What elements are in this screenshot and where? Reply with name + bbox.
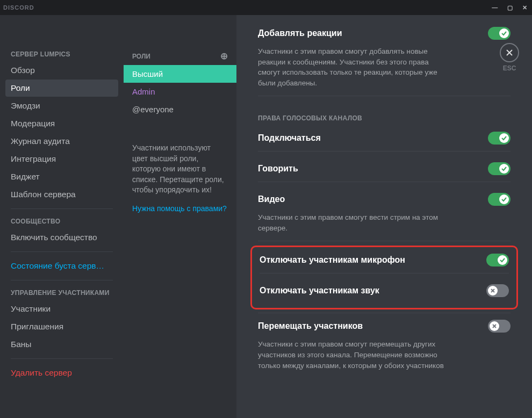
sidebar-item-roles[interactable]: Роли bbox=[5, 80, 118, 97]
sidebar-section-server: СЕРВЕР LUMPICS bbox=[5, 47, 118, 61]
window-close-icon[interactable]: ✕ bbox=[521, 4, 529, 11]
sidebar-divider bbox=[11, 280, 113, 280]
sidebar-item-emoji[interactable]: Эмодзи bbox=[5, 97, 118, 114]
perm-mute-members-toggle[interactable] bbox=[486, 254, 509, 266]
sidebar-item-bans[interactable]: Баны bbox=[5, 336, 118, 353]
perm-mute-members-label: Отключать участникам микрофон bbox=[260, 255, 405, 265]
sidebar-item-audit-log[interactable]: Журнал аудита bbox=[5, 133, 118, 150]
perm-divider bbox=[258, 241, 511, 241]
highlight-box: Отключать участникам микрофон Отключать … bbox=[250, 246, 518, 309]
sidebar-section-members: УПРАВЛЕНИЕ УЧАСТНИКАМИ bbox=[5, 286, 118, 300]
roles-help-link[interactable]: Нужна помощь с правами? bbox=[124, 202, 236, 215]
close-esc-label: ESC bbox=[503, 64, 516, 72]
role-item-admin[interactable]: Admin bbox=[124, 83, 236, 100]
close-esc-holder: ESC bbox=[500, 43, 519, 72]
sidebar-item-moderation[interactable]: Модерация bbox=[5, 115, 118, 132]
perm-deafen-members-label: Отключать участникам звук bbox=[260, 286, 379, 296]
sidebar-divider bbox=[11, 358, 113, 359]
sidebar-divider bbox=[11, 208, 113, 209]
role-item-highest[interactable]: Высший bbox=[124, 65, 236, 83]
sidebar-item-members[interactable]: Участники bbox=[5, 300, 118, 318]
perm-move-members-label: Перемещать участников bbox=[258, 321, 363, 331]
app-root: DISCORD — ▢ ✕ СЕРВЕР LUMPICS Обзор Роли … bbox=[0, 0, 532, 418]
sidebar-item-widget[interactable]: Виджет bbox=[5, 168, 118, 185]
window-maximize-icon[interactable]: ▢ bbox=[506, 4, 514, 11]
perm-divider bbox=[260, 273, 509, 273]
perm-video-toggle[interactable] bbox=[488, 193, 511, 206]
perm-connect-toggle[interactable] bbox=[488, 132, 511, 145]
roles-note: Участники используют цвет высшей роли, к… bbox=[124, 134, 236, 202]
add-role-icon[interactable]: ⊕ bbox=[220, 51, 228, 62]
perm-move-members-desc: Участники с этим правом смогут перемещат… bbox=[258, 339, 451, 378]
perm-add-reactions-desc: Участники с этим правом смогут добавлять… bbox=[258, 46, 451, 96]
settings-layout: СЕРВЕР LUMPICS Обзор Роли Эмодзи Модерац… bbox=[0, 15, 532, 418]
voice-permissions-header: ПРАВА ГОЛОСОВЫХ КАНАЛОВ bbox=[258, 100, 511, 125]
sidebar-item-delete-server[interactable]: Удалить сервер bbox=[5, 364, 118, 381]
perm-move-members-toggle[interactable] bbox=[488, 320, 511, 333]
perm-video-label: Видео bbox=[258, 194, 285, 204]
perm-divider bbox=[258, 96, 511, 96]
sidebar-item-server-boost[interactable]: Состояние буста серв… bbox=[5, 257, 118, 275]
perm-connect-label: Подключаться bbox=[258, 133, 321, 143]
perm-divider bbox=[258, 151, 511, 152]
window-minimize-icon[interactable]: — bbox=[491, 4, 499, 11]
sidebar-section-community: СООБЩЕСТВО bbox=[5, 214, 118, 228]
role-item-everyone[interactable]: @everyone bbox=[124, 100, 236, 118]
perm-deafen-members-toggle[interactable] bbox=[486, 284, 509, 297]
perm-add-reactions-label: Добавлять реакции bbox=[258, 28, 342, 38]
title-bar: DISCORD — ▢ ✕ bbox=[0, 0, 532, 15]
perm-video-desc: Участники с этим правом смогут вести стр… bbox=[258, 212, 451, 241]
perm-divider bbox=[258, 182, 511, 182]
app-brand: DISCORD bbox=[3, 4, 34, 11]
sidebar-item-invites[interactable]: Приглашения bbox=[5, 318, 118, 335]
perm-speak-label: Говорить bbox=[258, 164, 298, 174]
perm-add-reactions-toggle[interactable] bbox=[488, 27, 511, 40]
roles-header-label: РОЛИ bbox=[132, 53, 150, 60]
sidebar-item-server-template[interactable]: Шаблон сервера bbox=[5, 186, 118, 203]
roles-column: РОЛИ ⊕ Высший Admin @everyone Участники … bbox=[124, 15, 236, 418]
close-button[interactable] bbox=[500, 43, 519, 62]
close-icon bbox=[505, 48, 514, 57]
sidebar-item-overview[interactable]: Обзор bbox=[5, 62, 118, 79]
sidebar-divider bbox=[11, 251, 113, 252]
sidebar-item-integrations[interactable]: Интеграция bbox=[5, 150, 118, 168]
settings-sidebar: СЕРВЕР LUMPICS Обзор Роли Эмодзи Модерац… bbox=[0, 15, 124, 418]
sidebar-item-enable-community[interactable]: Включить сообщество bbox=[5, 229, 118, 246]
perm-speak-toggle[interactable] bbox=[488, 162, 511, 175]
permissions-panel: Добавлять реакции Участники с этим право… bbox=[236, 15, 532, 418]
